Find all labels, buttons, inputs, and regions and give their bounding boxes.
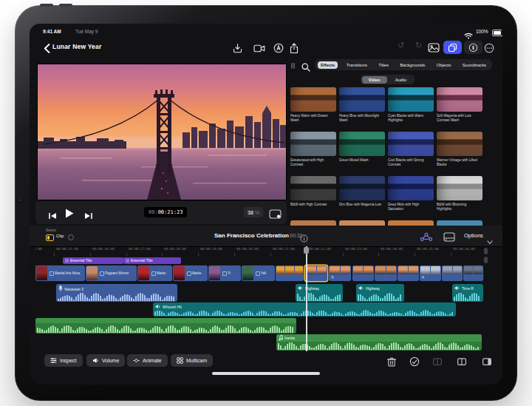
clip-name: Martial Arts Mura xyxy=(55,271,83,275)
video-clip-marke[interactable]: Marke xyxy=(173,265,208,281)
animate-button[interactable]: Animate xyxy=(127,354,168,367)
media-tab-video[interactable]: Video xyxy=(362,76,387,84)
split-view-disabled-icon xyxy=(432,356,443,367)
zoom-level-control[interactable]: 38 % xyxy=(244,207,263,217)
effect-soft-magenta-with-low-contrast-wash[interactable]: Soft Magenta with Low Contrast Wash xyxy=(437,87,482,132)
effect-heavy-warm-with-desert-wash[interactable]: Heavy Warm with Desert Wash xyxy=(290,87,336,132)
tab-transitions[interactable]: Transitions xyxy=(344,61,370,69)
music-clip-inertia[interactable]: Inertia xyxy=(276,334,482,351)
tab-effects[interactable]: Effects xyxy=(318,61,338,69)
delete-icon[interactable] xyxy=(386,356,397,367)
media-browser-icon[interactable] xyxy=(427,41,440,53)
sidebar-panel-icon[interactable] xyxy=(482,356,492,367)
video-clip-yell[interactable]: Yell xyxy=(242,265,275,281)
effect-b-w-with-blooming-highlights[interactable]: B&W with Blooming Highlights xyxy=(437,176,482,220)
timeline-tracks-area[interactable]: 00:00:14:0000:00:15:0000:00:16:0000:00:1… xyxy=(35,246,489,353)
live-drawing-icon[interactable] xyxy=(272,42,285,54)
tab-objects[interactable]: Objects xyxy=(434,61,454,69)
clip-checkbox-icon xyxy=(222,271,227,276)
inspector-button[interactable] xyxy=(464,41,482,54)
options-button[interactable]: Options xyxy=(464,232,483,239)
volume-button[interactable]: Volume xyxy=(86,354,125,367)
clip-appearance-icon[interactable] xyxy=(443,231,455,245)
volume-down-button[interactable] xyxy=(59,4,72,7)
video-clip-tr[interactable]: Tr xyxy=(208,265,241,281)
connections-overlay-icon[interactable] xyxy=(420,231,433,245)
home-indicator[interactable] xyxy=(212,372,320,375)
more-menu-icon[interactable] xyxy=(482,42,496,54)
audio-clip-header: Voiceover 3 xyxy=(56,284,177,293)
video-clip[interactable] xyxy=(442,265,463,281)
effect-desaturated-with-high-contrast[interactable]: Desaturated with High Contrast xyxy=(290,132,336,176)
effect-partial-2[interactable] xyxy=(388,220,434,226)
import-media-icon[interactable] xyxy=(231,42,244,54)
playhead[interactable] xyxy=(306,246,307,351)
panel-drag-handle[interactable] xyxy=(291,63,296,69)
volume-up-button[interactable] xyxy=(40,4,53,7)
approve-check-icon[interactable] xyxy=(409,356,420,367)
split-view-icon[interactable] xyxy=(457,356,467,367)
search-icon[interactable] xyxy=(301,61,311,71)
tab-backgrounds[interactable]: Backgrounds xyxy=(397,61,428,69)
ruler-tick xyxy=(378,253,379,256)
video-clip-ti[interactable]: Ti xyxy=(329,265,351,281)
tab-soundtracks[interactable]: Soundtracks xyxy=(460,61,489,69)
audio-clip-whoosh-hit[interactable]: Whoosh Hit xyxy=(153,302,456,317)
music-clip[interactable] xyxy=(35,318,296,334)
play-button[interactable] xyxy=(65,208,74,221)
effect-partial-0[interactable] xyxy=(290,220,336,226)
timeline-project-title: San Francisco Celebration xyxy=(214,232,289,239)
project-info-icon[interactable] xyxy=(300,232,308,246)
effect-cyan-blacks-with-warm-highlights[interactable]: Cyan Blacks with Warm Highlights xyxy=(388,87,434,132)
effect-dim-blue-with-magenta-low[interactable]: Dim Blue with Magenta Low xyxy=(339,176,385,220)
audio-clip-highway[interactable]: Highway xyxy=(356,284,404,302)
video-clip-h[interactable]: H xyxy=(420,265,441,281)
playhead-handle[interactable] xyxy=(304,247,309,254)
previous-frame-button[interactable] xyxy=(48,209,57,223)
camera-record-icon[interactable] xyxy=(253,42,266,54)
video-clip-martial-arts-mura[interactable]: Martial Arts Mura xyxy=(35,265,85,281)
tab-titles[interactable]: Titles xyxy=(375,61,392,69)
audio-clip-voiceover-3[interactable]: Voiceover 3 xyxy=(56,284,177,302)
redo-icon[interactable]: ↻ xyxy=(415,41,422,50)
ruler-tick xyxy=(90,253,91,256)
timecode-display[interactable]: 00:00:21:23 xyxy=(144,207,187,217)
effect-deep-mids-with-high-saturation[interactable]: Deep Mids with High Saturation xyxy=(388,176,434,220)
media-tab-audio[interactable]: Audio xyxy=(389,76,413,84)
next-frame-button[interactable] xyxy=(84,209,93,223)
video-clip-pageant-winner[interactable]: Pageant Winner xyxy=(86,265,137,281)
effect-cool-blacks-with-strong-contrast[interactable]: Cool Blacks with Strong Contrast xyxy=(388,132,434,176)
timeline-scrollbar-thumb[interactable] xyxy=(484,257,488,263)
effect-partial-1[interactable] xyxy=(339,220,385,226)
title-clip-essential-title[interactable]: Essential Title xyxy=(123,257,181,264)
effect-partial-3[interactable] xyxy=(437,220,482,226)
effect-warmer-vintage-with-lifted-blacks[interactable]: Warmer Vintage with Lifted Blacks xyxy=(437,132,482,176)
effect-green-muted-wash[interactable]: Green Muted Wash xyxy=(339,132,385,176)
clip-filmstrip xyxy=(443,266,462,274)
video-clip[interactable] xyxy=(375,265,397,281)
effects-browser-button[interactable] xyxy=(443,41,462,54)
effect-thumbnail xyxy=(388,132,434,156)
video-clip[interactable] xyxy=(398,265,419,281)
video-clip[interactable] xyxy=(463,265,483,281)
audio-clip-highway[interactable]: Highway xyxy=(296,284,343,302)
viewer-display-options-icon[interactable] xyxy=(269,209,282,222)
multicam-button[interactable]: Multicam xyxy=(171,354,213,367)
video-viewer[interactable] xyxy=(37,64,287,200)
effect-heavy-blue-with-moonlight-wash[interactable]: Heavy Blue with Moonlight Wash xyxy=(339,87,385,132)
timeline-scrollbar-thumb[interactable] xyxy=(484,248,488,254)
title-clip-essential-title[interactable]: Essential Title xyxy=(63,257,123,264)
video-clip[interactable] xyxy=(352,265,374,281)
clip-tool-icon[interactable] xyxy=(46,234,54,241)
video-clip[interactable] xyxy=(276,265,304,281)
ruler-timecode: 00:00:17:00 xyxy=(129,247,151,251)
undo-icon[interactable]: ↺ xyxy=(398,41,404,50)
audio-clip-time-r[interactable]: Time R xyxy=(452,284,483,302)
share-icon[interactable] xyxy=(287,42,301,54)
mic-icon xyxy=(58,285,63,293)
effect-b-w-with-high-contrast[interactable]: B&W with High Contrast xyxy=(290,176,336,220)
back-button[interactable] xyxy=(40,42,53,54)
video-clip-marke[interactable]: Marke xyxy=(137,265,172,281)
inspect-button[interactable]: Inspect xyxy=(44,354,83,367)
video-clip[interactable] xyxy=(305,265,327,281)
